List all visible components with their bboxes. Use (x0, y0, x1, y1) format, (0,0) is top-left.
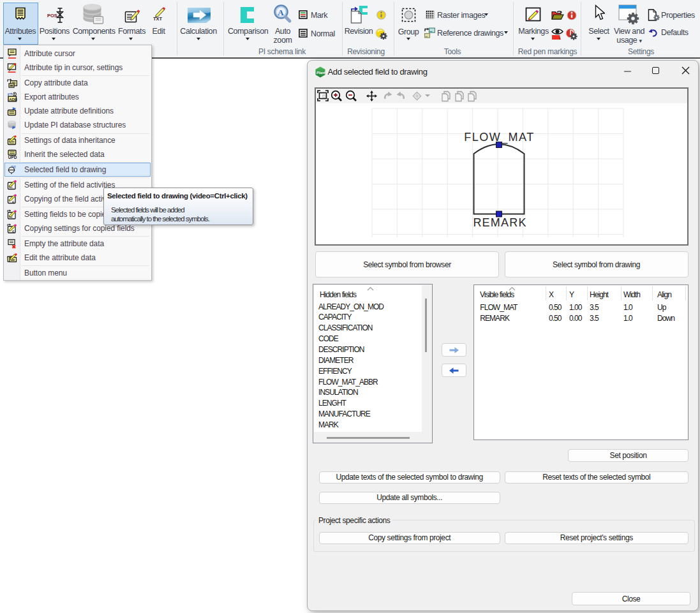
svg-text:ADB: ADB (9, 97, 17, 101)
svg-text:TXT: TXT (153, 16, 163, 22)
svg-text:UPD: UPD (8, 155, 17, 159)
svg-text:FLOW_MAT: FLOW_MAT (464, 131, 534, 144)
svg-text:Plant: Plant (316, 71, 326, 75)
svg-text:POS: POS (47, 13, 57, 18)
svg-text:REMARK: REMARK (473, 216, 526, 229)
svg-text:A: A (278, 8, 284, 17)
